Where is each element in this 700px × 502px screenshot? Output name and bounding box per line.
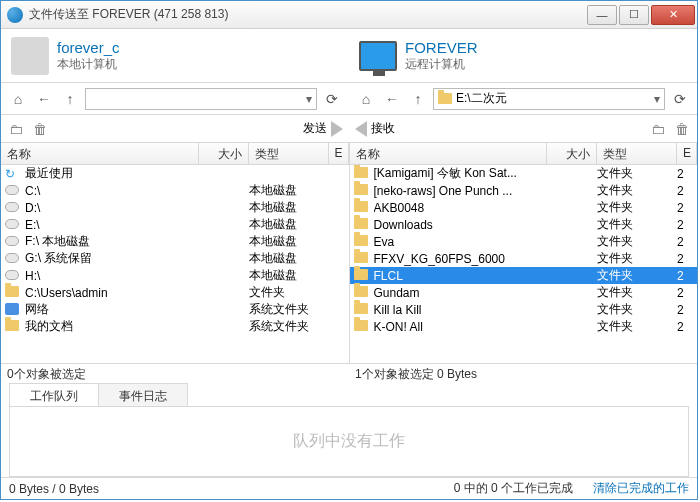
back-icon[interactable]: ← bbox=[381, 88, 403, 110]
list-item[interactable]: G:\ 系统保留本地磁盘 bbox=[1, 250, 349, 267]
list-item[interactable]: E:\本地磁盘 bbox=[1, 216, 349, 233]
local-host-name: forever_c bbox=[57, 39, 120, 56]
folder-icon bbox=[354, 286, 370, 300]
list-item[interactable]: FLCL文件夹2 bbox=[350, 267, 698, 284]
monitor-icon bbox=[359, 41, 397, 71]
list-item[interactable]: D:\本地磁盘 bbox=[1, 199, 349, 216]
back-icon[interactable]: ← bbox=[33, 88, 55, 110]
delete-icon[interactable]: 🗑 bbox=[31, 120, 49, 138]
list-item[interactable]: C:\Users\admin文件夹 bbox=[1, 284, 349, 301]
list-item[interactable]: K-ON! All文件夹2 bbox=[350, 318, 698, 335]
tab-queue[interactable]: 工作队列 bbox=[9, 383, 99, 406]
col-name[interactable]: 名称 bbox=[350, 143, 548, 164]
home-icon[interactable]: ⌂ bbox=[355, 88, 377, 110]
chevron-down-icon[interactable]: ▾ bbox=[654, 92, 660, 106]
tab-log[interactable]: 事件日志 bbox=[98, 383, 188, 406]
local-pane: 名称 大小 类型 E ↻最近使用C:\本地磁盘D:\本地磁盘E:\本地磁盘F:\… bbox=[1, 143, 350, 363]
send-label: 发送 bbox=[303, 120, 327, 137]
col-size[interactable]: 大小 bbox=[199, 143, 249, 164]
item-name: C:\Users\admin bbox=[25, 286, 199, 300]
list-item[interactable]: Downloads文件夹2 bbox=[350, 216, 698, 233]
item-name: FLCL bbox=[374, 269, 548, 283]
selection-status: 0个对象被选定 1个对象被选定 0 Bytes bbox=[1, 363, 697, 383]
col-type[interactable]: 类型 bbox=[249, 143, 329, 164]
item-name: AKB0048 bbox=[374, 201, 548, 215]
item-e: 2 bbox=[677, 184, 693, 198]
item-name: K-ON! All bbox=[374, 320, 548, 334]
list-item[interactable]: 我的文档系统文件夹 bbox=[1, 318, 349, 335]
folder-icon bbox=[438, 93, 452, 104]
item-icon bbox=[5, 252, 21, 266]
item-name: 最近使用 bbox=[25, 165, 199, 182]
local-path-input[interactable]: ▾ bbox=[85, 88, 317, 110]
folder-icon bbox=[354, 320, 370, 334]
list-item[interactable]: AKB0048文件夹2 bbox=[350, 199, 698, 216]
remote-pane: 名称 大小 类型 E [Kamigami] 今敏 Kon Sat...文件夹2[… bbox=[350, 143, 698, 363]
close-button[interactable]: ✕ bbox=[651, 5, 695, 25]
new-folder-icon[interactable]: 🗀 bbox=[7, 120, 25, 138]
list-item[interactable]: 网络系统文件夹 bbox=[1, 301, 349, 318]
list-item[interactable]: ↻最近使用 bbox=[1, 165, 349, 182]
chevron-down-icon[interactable]: ▾ bbox=[306, 92, 312, 106]
col-e[interactable]: E bbox=[677, 143, 697, 164]
home-icon[interactable]: ⌂ bbox=[7, 88, 29, 110]
item-name: Kill la Kill bbox=[374, 303, 548, 317]
maximize-button[interactable]: ☐ bbox=[619, 5, 649, 25]
item-name: Gundam bbox=[374, 286, 548, 300]
list-item[interactable]: Gundam文件夹2 bbox=[350, 284, 698, 301]
refresh-icon[interactable]: ⟳ bbox=[669, 88, 691, 110]
list-item[interactable]: F:\ 本地磁盘本地磁盘 bbox=[1, 233, 349, 250]
item-type: 文件夹 bbox=[597, 318, 677, 335]
up-icon[interactable]: ↑ bbox=[59, 88, 81, 110]
folder-icon bbox=[354, 303, 370, 317]
jobs-status: 0 中的 0 个工作已完成 bbox=[454, 480, 573, 497]
list-item[interactable]: FFXV_KG_60FPS_6000文件夹2 bbox=[350, 250, 698, 267]
remote-columns: 名称 大小 类型 E bbox=[350, 143, 698, 165]
col-name[interactable]: 名称 bbox=[1, 143, 199, 164]
remote-path-input[interactable]: E:\二次元 ▾ bbox=[433, 88, 665, 110]
item-name: [neko-raws] One Punch ... bbox=[374, 184, 548, 198]
titlebar[interactable]: 文件传送至 FOREVER (471 258 813) — ☐ ✕ bbox=[1, 1, 697, 29]
hosts-row: forever_c 本地计算机 FOREVER 远程计算机 bbox=[1, 29, 697, 83]
minimize-button[interactable]: — bbox=[587, 5, 617, 25]
recv-button[interactable]: 接收 bbox=[355, 120, 395, 137]
refresh-icon[interactable]: ⟳ bbox=[321, 88, 343, 110]
list-item[interactable]: C:\本地磁盘 bbox=[1, 182, 349, 199]
list-item[interactable]: Kill la Kill文件夹2 bbox=[350, 301, 698, 318]
item-icon bbox=[5, 201, 21, 215]
item-e: 2 bbox=[677, 286, 693, 300]
list-item[interactable]: [neko-raws] One Punch ...文件夹2 bbox=[350, 182, 698, 199]
remote-file-list[interactable]: [Kamigami] 今敏 Kon Sat...文件夹2[neko-raws] … bbox=[350, 165, 698, 363]
clear-completed-link[interactable]: 清除已完成的工作 bbox=[593, 480, 689, 497]
item-type: 系统文件夹 bbox=[249, 318, 329, 335]
col-type[interactable]: 类型 bbox=[597, 143, 677, 164]
action-row: 🗀 🗑 发送 接收 🗀 🗑 bbox=[1, 115, 697, 143]
item-icon bbox=[5, 303, 21, 317]
remote-path-text: E:\二次元 bbox=[456, 90, 507, 107]
list-item[interactable]: Eva文件夹2 bbox=[350, 233, 698, 250]
local-nav: ⌂ ← ↑ ▾ ⟳ bbox=[1, 83, 349, 114]
item-e: 2 bbox=[677, 218, 693, 232]
item-type: 文件夹 bbox=[597, 199, 677, 216]
item-icon bbox=[5, 235, 21, 249]
bottom-bar: 0 Bytes / 0 Bytes 0 中的 0 个工作已完成 清除已完成的工作 bbox=[1, 477, 697, 499]
local-file-list[interactable]: ↻最近使用C:\本地磁盘D:\本地磁盘E:\本地磁盘F:\ 本地磁盘本地磁盘G:… bbox=[1, 165, 349, 363]
send-button[interactable]: 发送 bbox=[303, 120, 343, 137]
item-type: 本地磁盘 bbox=[249, 182, 329, 199]
folder-icon bbox=[354, 184, 370, 198]
list-item[interactable]: [Kamigami] 今敏 Kon Sat...文件夹2 bbox=[350, 165, 698, 182]
up-icon[interactable]: ↑ bbox=[407, 88, 429, 110]
item-name: Downloads bbox=[374, 218, 548, 232]
item-type: 文件夹 bbox=[597, 216, 677, 233]
col-e[interactable]: E bbox=[329, 143, 349, 164]
list-item[interactable]: H:\本地磁盘 bbox=[1, 267, 349, 284]
item-type: 文件夹 bbox=[597, 233, 677, 250]
item-name: H:\ bbox=[25, 269, 199, 283]
item-type: 本地磁盘 bbox=[249, 250, 329, 267]
item-name: G:\ 系统保留 bbox=[25, 250, 199, 267]
item-name: Eva bbox=[374, 235, 548, 249]
delete-icon[interactable]: 🗑 bbox=[673, 120, 691, 138]
new-folder-icon[interactable]: 🗀 bbox=[649, 120, 667, 138]
col-size[interactable]: 大小 bbox=[547, 143, 597, 164]
bytes-status: 0 Bytes / 0 Bytes bbox=[9, 482, 454, 496]
